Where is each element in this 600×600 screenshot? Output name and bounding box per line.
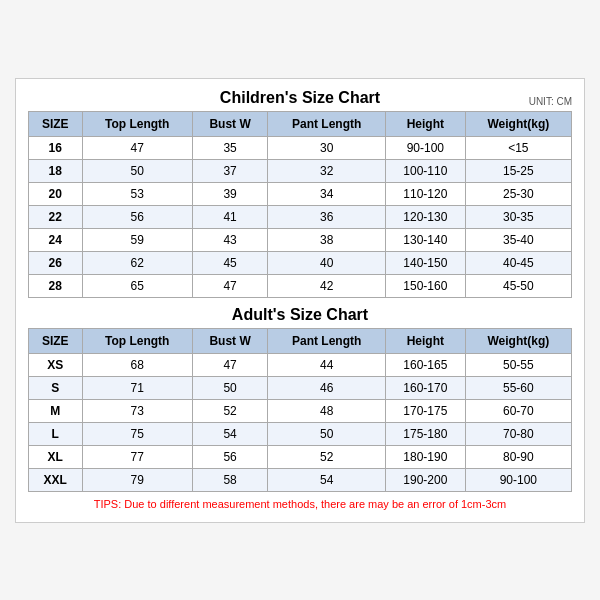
table-cell: 71 <box>82 376 192 399</box>
table-cell: 170-175 <box>386 399 466 422</box>
table-cell: 39 <box>192 182 268 205</box>
table-cell: 48 <box>268 399 386 422</box>
table-cell: 90-100 <box>386 136 466 159</box>
table-cell: 47 <box>82 136 192 159</box>
children-header-cell: Bust W <box>192 111 268 136</box>
table-cell: 160-165 <box>386 353 466 376</box>
table-cell: 26 <box>29 251 83 274</box>
children-header-cell: Top Length <box>82 111 192 136</box>
children-title-row: Children's Size Chart UNIT: CM <box>28 89 572 107</box>
table-cell: 25-30 <box>465 182 571 205</box>
table-cell: 53 <box>82 182 192 205</box>
table-row: 1647353090-100<15 <box>29 136 572 159</box>
table-cell: 73 <box>82 399 192 422</box>
table-row: 24594338130-14035-40 <box>29 228 572 251</box>
table-cell: 55-60 <box>465 376 571 399</box>
table-row: 28654742150-16045-50 <box>29 274 572 297</box>
table-row: XS684744160-16550-55 <box>29 353 572 376</box>
chart-container: Children's Size Chart UNIT: CM SIZETop L… <box>15 78 585 523</box>
table-cell: S <box>29 376 83 399</box>
table-cell: 46 <box>268 376 386 399</box>
tips-text: TIPS: Due to different measurement metho… <box>28 498 572 510</box>
table-row: 22564136120-13030-35 <box>29 205 572 228</box>
table-cell: 43 <box>192 228 268 251</box>
adult-header-cell: Bust W <box>192 328 268 353</box>
table-row: 18503732100-11015-25 <box>29 159 572 182</box>
table-cell: 110-120 <box>386 182 466 205</box>
table-cell: 28 <box>29 274 83 297</box>
table-cell: XS <box>29 353 83 376</box>
table-cell: 180-190 <box>386 445 466 468</box>
table-row: M735248170-17560-70 <box>29 399 572 422</box>
table-cell: 36 <box>268 205 386 228</box>
table-cell: 38 <box>268 228 386 251</box>
unit-label: UNIT: CM <box>529 96 572 107</box>
table-cell: 44 <box>268 353 386 376</box>
table-cell: 47 <box>192 353 268 376</box>
table-cell: 52 <box>268 445 386 468</box>
children-header-row: SIZETop LengthBust WPant LengthHeightWei… <box>29 111 572 136</box>
table-cell: 52 <box>192 399 268 422</box>
table-cell: 45 <box>192 251 268 274</box>
table-cell: XL <box>29 445 83 468</box>
table-cell: 90-100 <box>465 468 571 491</box>
table-cell: 22 <box>29 205 83 228</box>
table-cell: 70-80 <box>465 422 571 445</box>
table-cell: XXL <box>29 468 83 491</box>
table-cell: 54 <box>192 422 268 445</box>
table-cell: L <box>29 422 83 445</box>
table-cell: 58 <box>192 468 268 491</box>
children-header-cell: SIZE <box>29 111 83 136</box>
table-cell: 32 <box>268 159 386 182</box>
table-cell: 30 <box>268 136 386 159</box>
table-cell: 18 <box>29 159 83 182</box>
adult-title-row: Adult's Size Chart <box>28 306 572 324</box>
table-cell: 100-110 <box>386 159 466 182</box>
table-cell: 56 <box>192 445 268 468</box>
table-cell: 140-150 <box>386 251 466 274</box>
table-cell: <15 <box>465 136 571 159</box>
table-cell: 42 <box>268 274 386 297</box>
table-cell: 62 <box>82 251 192 274</box>
table-cell: 160-170 <box>386 376 466 399</box>
table-cell: 50 <box>192 376 268 399</box>
adult-header-cell: Pant Length <box>268 328 386 353</box>
table-cell: 120-130 <box>386 205 466 228</box>
table-row: XL775652180-19080-90 <box>29 445 572 468</box>
table-cell: 77 <box>82 445 192 468</box>
children-header-cell: Height <box>386 111 466 136</box>
children-tbody: 1647353090-100<1518503732100-11015-25205… <box>29 136 572 297</box>
table-cell: M <box>29 399 83 422</box>
adult-header-row: SIZETop LengthBust WPant LengthHeightWei… <box>29 328 572 353</box>
table-cell: 45-50 <box>465 274 571 297</box>
table-cell: 47 <box>192 274 268 297</box>
table-cell: 20 <box>29 182 83 205</box>
children-header-cell: Weight(kg) <box>465 111 571 136</box>
table-row: L755450175-18070-80 <box>29 422 572 445</box>
table-cell: 40 <box>268 251 386 274</box>
table-row: S715046160-17055-60 <box>29 376 572 399</box>
adult-tbody: XS684744160-16550-55S715046160-17055-60M… <box>29 353 572 491</box>
table-cell: 75 <box>82 422 192 445</box>
table-cell: 54 <box>268 468 386 491</box>
adult-thead: SIZETop LengthBust WPant LengthHeightWei… <box>29 328 572 353</box>
table-cell: 41 <box>192 205 268 228</box>
table-cell: 50 <box>268 422 386 445</box>
table-cell: 150-160 <box>386 274 466 297</box>
table-cell: 60-70 <box>465 399 571 422</box>
table-cell: 50-55 <box>465 353 571 376</box>
children-thead: SIZETop LengthBust WPant LengthHeightWei… <box>29 111 572 136</box>
adult-header-cell: Top Length <box>82 328 192 353</box>
table-cell: 68 <box>82 353 192 376</box>
adult-title: Adult's Size Chart <box>232 306 368 324</box>
table-row: 26624540140-15040-45 <box>29 251 572 274</box>
table-cell: 56 <box>82 205 192 228</box>
table-cell: 79 <box>82 468 192 491</box>
table-cell: 175-180 <box>386 422 466 445</box>
table-cell: 190-200 <box>386 468 466 491</box>
table-cell: 40-45 <box>465 251 571 274</box>
table-cell: 65 <box>82 274 192 297</box>
table-cell: 37 <box>192 159 268 182</box>
children-title: Children's Size Chart <box>220 89 380 107</box>
adult-header-cell: SIZE <box>29 328 83 353</box>
